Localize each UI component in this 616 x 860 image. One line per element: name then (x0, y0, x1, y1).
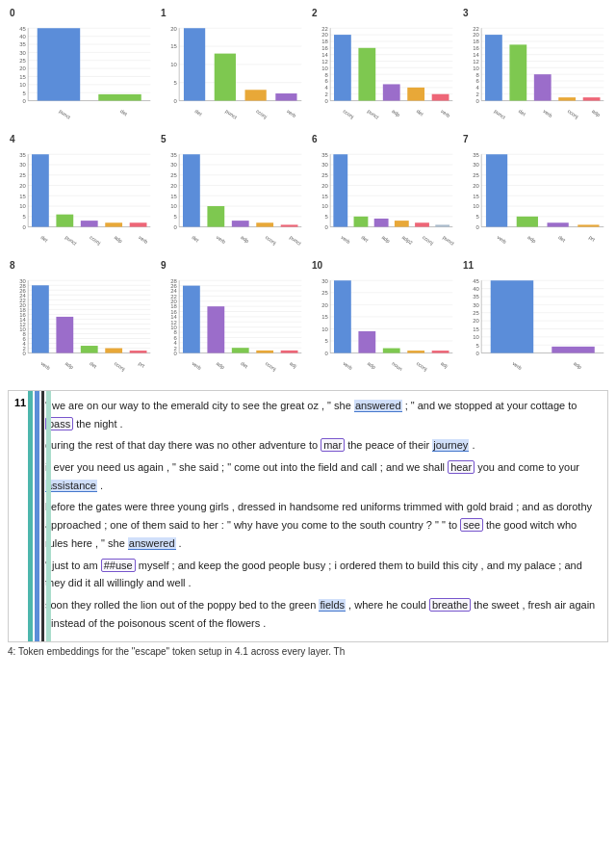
svg-text:6: 6 (476, 78, 480, 84)
svg-text:0: 0 (325, 224, 329, 230)
svg-text:15: 15 (19, 74, 26, 80)
chart-cell-11: 11051015202530354045verbadp (461, 260, 608, 382)
svg-text:verb: verb (342, 360, 353, 371)
chart-cell-10: 10051015202530verbadpnouncconjadj (310, 260, 457, 382)
svg-text:adp2: adp2 (401, 234, 414, 246)
svg-text:cconj: cconj (342, 108, 355, 119)
svg-rect-136 (32, 154, 49, 226)
svg-text:punct: punct (493, 108, 506, 120)
svg-text:35: 35 (473, 152, 479, 158)
svg-text:det: det (416, 108, 425, 117)
svg-text:14: 14 (321, 52, 328, 58)
svg-text:cconj: cconj (255, 108, 269, 119)
svg-text:adp: adp (216, 360, 226, 370)
svg-text:30: 30 (19, 162, 26, 168)
svg-text:det: det (89, 360, 98, 369)
svg-rect-142 (105, 222, 122, 226)
svg-text:adp: adp (591, 108, 602, 117)
svg-text:8: 8 (325, 72, 329, 78)
main-container: 0051015202530354045punctdet105101520detp… (0, 0, 616, 665)
svg-text:15: 15 (170, 43, 177, 49)
chart-index-5: 5 (161, 134, 167, 144)
figure-caption: 4: Token embeddings for the "escape" tok… (8, 646, 608, 657)
svg-text:20: 20 (170, 299, 177, 304)
chart-index-10: 10 (312, 260, 322, 271)
chart-cell-8: 8024681012141618202224262830verbadpdetcc… (8, 260, 155, 382)
svg-rect-334 (358, 331, 375, 353)
svg-text:20: 20 (170, 26, 177, 32)
svg-rect-332 (334, 280, 351, 352)
svg-text:30: 30 (321, 278, 328, 284)
svg-rect-166 (207, 206, 224, 227)
svg-text:det: det (119, 108, 129, 117)
svg-text:10: 10 (321, 326, 328, 332)
svg-rect-78 (407, 88, 424, 101)
svg-text:adp: adp (526, 234, 537, 244)
svg-text:verb: verb (440, 108, 451, 118)
svg-text:5: 5 (174, 80, 178, 86)
svg-rect-44 (275, 93, 296, 101)
svg-rect-268 (81, 346, 98, 353)
svg-text:8: 8 (174, 329, 178, 335)
svg-text:2: 2 (476, 91, 479, 97)
svg-text:12: 12 (321, 59, 328, 65)
svg-rect-108 (485, 35, 502, 100)
svg-text:45: 45 (19, 26, 26, 32)
svg-text:25: 25 (170, 172, 177, 178)
svg-rect-168 (232, 221, 249, 226)
svg-rect-112 (534, 74, 552, 100)
svg-rect-38 (184, 28, 205, 100)
svg-text:adp: adp (381, 234, 392, 244)
chart-cell-3: 30246810121416182022punctdetverbcconjadp (461, 8, 608, 130)
svg-text:adp: adp (240, 234, 250, 244)
highlight-box: breathe (429, 598, 471, 612)
svg-text:verb: verb (216, 234, 227, 245)
svg-text:30: 30 (19, 50, 26, 56)
svg-text:4: 4 (174, 340, 178, 346)
svg-text:5: 5 (325, 214, 329, 220)
svg-text:punct: punct (442, 234, 455, 247)
svg-text:15: 15 (473, 194, 479, 199)
highlight-box: mar (321, 438, 345, 452)
svg-text:verb: verb (191, 360, 202, 371)
chart-index-6: 6 (312, 134, 318, 144)
svg-text:16: 16 (473, 45, 479, 51)
svg-text:verb: verb (39, 360, 51, 371)
svg-text:14: 14 (473, 52, 479, 58)
svg-text:5: 5 (23, 91, 27, 96)
svg-text:18: 18 (473, 39, 479, 44)
svg-text:30: 30 (473, 302, 479, 308)
svg-text:punct: punct (289, 234, 302, 247)
svg-text:35: 35 (19, 152, 26, 158)
svg-text:12: 12 (170, 320, 177, 326)
svg-text:verb: verb (340, 234, 351, 245)
svg-rect-228 (578, 224, 599, 226)
svg-text:14: 14 (170, 314, 177, 320)
svg-rect-114 (558, 97, 576, 100)
svg-text:5: 5 (23, 214, 27, 220)
svg-text:det: det (557, 234, 567, 243)
chart-index-3: 3 (463, 8, 469, 18)
svg-text:punct: punct (367, 108, 380, 120)
highlight-box: ##use (101, 559, 136, 572)
svg-text:6: 6 (174, 335, 178, 341)
svg-text:adj: adj (289, 360, 297, 369)
svg-rect-200 (415, 222, 429, 226)
svg-text:0: 0 (174, 351, 178, 356)
svg-text:cconj: cconj (422, 234, 435, 246)
svg-text:20: 20 (170, 183, 177, 189)
svg-rect-364 (491, 280, 533, 352)
svg-text:adp: adp (367, 360, 377, 370)
chart-index-11: 11 (463, 260, 474, 271)
svg-text:cconj: cconj (89, 234, 102, 246)
svg-rect-308 (207, 306, 224, 352)
svg-text:30: 30 (321, 162, 328, 168)
svg-text:20: 20 (19, 183, 26, 189)
svg-rect-224 (517, 217, 538, 227)
svg-text:35: 35 (19, 41, 26, 47)
svg-text:45: 45 (473, 278, 479, 284)
svg-rect-266 (56, 317, 73, 353)
svg-rect-24 (98, 94, 141, 101)
svg-rect-312 (256, 351, 273, 353)
svg-text:noun: noun (391, 360, 403, 372)
